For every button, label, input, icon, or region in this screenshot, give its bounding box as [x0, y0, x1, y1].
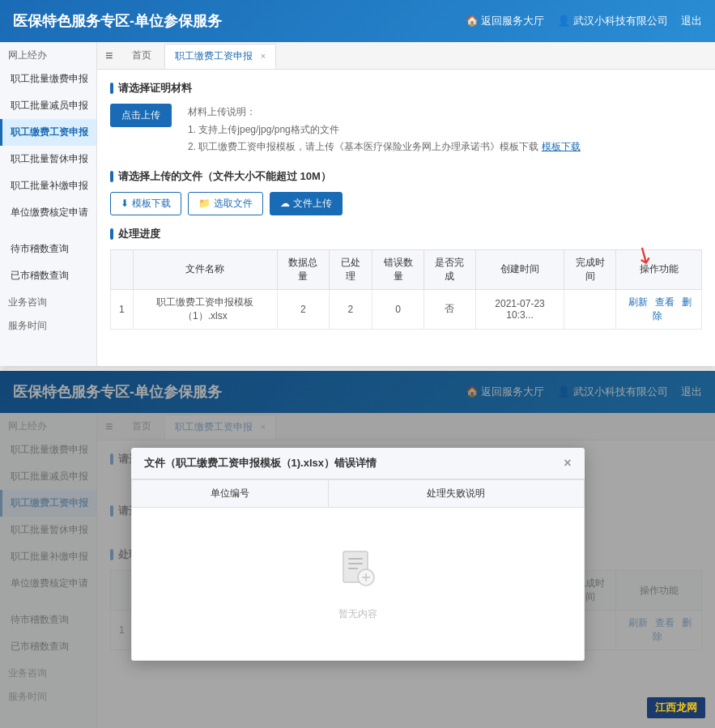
app-title: 医保特色服务专区-单位参保服务 [13, 11, 466, 31]
screen-1: 医保特色服务专区-单位参保服务 🏠 返回服务大厅 👤 武汉小科技有限公司 退出 … [0, 0, 715, 366]
empty-state: 暂无内容 [145, 514, 571, 653]
sidebar-query-section [0, 226, 96, 236]
company-name: 👤 武汉小科技有限公司 [557, 14, 668, 28]
empty-document-icon [335, 547, 381, 601]
cell-created: 2021-07-23 10:3... [475, 289, 564, 329]
tab-active[interactable]: 职工缴费工资申报 × [164, 44, 276, 69]
cell-filename: 职工缴费工资申报模板（1）.xlsx [133, 289, 277, 329]
modal-col2: 处理失败说明 [328, 479, 584, 507]
menu-icon: ≡ [105, 49, 113, 63]
svg-rect-2 [348, 563, 363, 564]
sidebar-item-q2[interactable]: 已市稽数查询 [0, 262, 96, 289]
sidebar-item-6[interactable]: 单位缴费核定申请 [0, 199, 96, 226]
empty-text: 暂无内容 [338, 607, 377, 621]
col-created: 创建时间 [475, 249, 564, 289]
section3-title: 处理进度 [110, 227, 702, 241]
sidebar: 网上经办 职工批量缴费申报 职工批量减员申报 职工缴费工资申报 职工批量暂休申报… [0, 42, 97, 366]
section1-title: 请选择证明材料 [110, 81, 702, 96]
progress-table-1: 文件名称 数据总量 已处理 错误数量 是否完成 创建时间 完成时间 操作功能 1… [110, 249, 702, 330]
sidebar-online-section: 网上经办 [0, 42, 96, 66]
cell-total: 2 [277, 289, 329, 329]
modal-empty-cell: 暂无内容 ↘ [131, 507, 584, 660]
col-processed: 已处理 [329, 249, 372, 289]
action-bar: ⬇ 模板下载 📁 选取文件 ☁ 文件上传 [110, 192, 702, 215]
content-area-1: 请选择证明材料 点击上传 材料上传说明： 1. 支持上传jpeg/jpg/png… [97, 70, 715, 341]
cell-completed: 否 [423, 289, 475, 329]
col-actions: 操作功能 [616, 249, 702, 289]
modal-close-btn[interactable]: × [564, 456, 571, 470]
tab-bar: ≡ 首页 职工缴费工资申报 × [97, 42, 715, 70]
modal-header: 文件（职工缴费工资申报模板（1).xlsx）错误详情 × [131, 448, 585, 479]
svg-rect-1 [348, 558, 363, 560]
template-download-link[interactable]: 模板下载 [542, 141, 581, 152]
svg-rect-3 [348, 568, 358, 569]
modal-box: 文件（职工缴费工资申报模板（1).xlsx）错误详情 × 单位编号 处理失败说明 [131, 448, 585, 661]
hint-1: 1. 支持上传jpeg/jpg/png格式的文件 [188, 121, 581, 139]
table-row: 1 职工缴费工资申报模板（1）.xlsx 2 2 0 否 2021-07-23 … [111, 289, 702, 329]
sidebar-item-4[interactable]: 职工批量暂休申报 [0, 146, 96, 172]
sidebar-business-section: 业务咨询 [0, 289, 96, 313]
upload-btn[interactable]: 点击上传 [110, 104, 172, 127]
return-service-hall[interactable]: 🏠 返回服务大厅 [466, 14, 545, 28]
template-download-btn[interactable]: ⬇ 模板下载 [110, 192, 181, 215]
cell-index: 1 [111, 289, 134, 329]
col-completed: 是否完成 [423, 249, 475, 289]
screen-2: 医保特色服务专区-单位参保服务 🏠 返回服务大厅 👤 武汉小科技有限公司 退出 … [0, 371, 715, 728]
action-查看[interactable]: 查看 [655, 296, 675, 308]
cell-errors: 0 [372, 289, 424, 329]
watermark: 江西龙网 [647, 697, 705, 718]
upload-hints: 材料上传说明： 1. 支持上传jpeg/jpg/png格式的文件 2. 职工缴费… [188, 104, 581, 156]
upload-icon: ☁ [280, 198, 290, 209]
main-content: ≡ 首页 职工缴费工资申报 × 请选择证明材料 点击上传 材料上传说明： 1. … [97, 42, 715, 366]
sidebar-item-5[interactable]: 职工批量补缴申报 [0, 172, 96, 199]
page-body: 网上经办 职工批量缴费申报 职工批量减员申报 职工缴费工资申报 职工批量暂休申报… [0, 42, 715, 366]
sidebar-item-3[interactable]: 职工缴费工资申报 [0, 119, 96, 146]
sidebar-item-1[interactable]: 职工批量缴费申报 [0, 66, 96, 92]
hint-0: 材料上传说明： [188, 104, 581, 121]
cell-finished [564, 289, 616, 329]
modal-overlay: 文件（职工缴费工资申报模板（1).xlsx）错误详情 × 单位编号 处理失败说明 [0, 371, 715, 728]
select-file-btn[interactable]: 📁 选取文件 [188, 192, 263, 215]
folder-icon: 📁 [198, 198, 211, 209]
file-upload-btn[interactable]: ☁ 文件上传 [270, 192, 343, 215]
upload-area: 点击上传 材料上传说明： 1. 支持上传jpeg/jpg/png格式的文件 2.… [110, 104, 702, 156]
modal-table: 单位编号 处理失败说明 [131, 479, 585, 661]
action-刷新[interactable]: 刷新 [628, 296, 648, 308]
col-index [111, 249, 134, 289]
cell-actions: 刷新 查看 删除 [616, 289, 702, 329]
cell-processed: 2 [329, 289, 372, 329]
sidebar-item-2[interactable]: 职工批量减员申报 [0, 92, 96, 119]
hint-2: 2. 职工缴费工资申报模板，请上传《基本医疗保险业务网上办理承诺书》模板下载 模… [188, 138, 581, 156]
modal-body: 单位编号 处理失败说明 [131, 479, 585, 661]
logout-button[interactable]: 退出 [681, 14, 702, 28]
modal-col1: 单位编号 [131, 479, 328, 507]
tab-home[interactable]: 首页 [122, 44, 161, 67]
download-icon: ⬇ [121, 198, 129, 209]
sidebar-item-q1[interactable]: 待市稽数查询 [0, 236, 96, 262]
col-filename: 文件名称 [133, 249, 277, 289]
modal-title: 文件（职工缴费工资申报模板（1).xlsx）错误详情 [144, 456, 377, 470]
app-header: 医保特色服务专区-单位参保服务 🏠 返回服务大厅 👤 武汉小科技有限公司 退出 [0, 0, 715, 42]
col-errors: 错误数量 [372, 249, 424, 289]
col-total: 数据总量 [277, 249, 329, 289]
return-icon: 🏠 [466, 15, 479, 27]
sidebar-time-section: 服务时间 [0, 313, 96, 336]
col-finished: 完成时间 [564, 249, 616, 289]
header-actions: 🏠 返回服务大厅 👤 武汉小科技有限公司 退出 [466, 14, 702, 28]
company-icon: 👤 [557, 15, 570, 27]
tab-close-icon[interactable]: × [261, 51, 266, 61]
section2-title: 请选择上传的文件（文件大小不能超过 10M） [110, 169, 702, 184]
